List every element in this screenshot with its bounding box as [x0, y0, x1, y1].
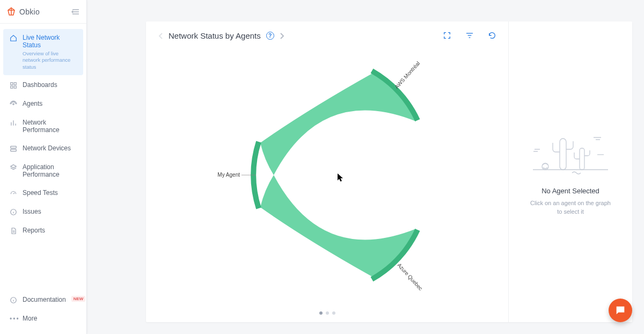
- node-label-azure[interactable]: Azure Quebec: [396, 262, 423, 291]
- chevron-right-icon[interactable]: [280, 32, 285, 40]
- graph-pane: Network Status by Agents ?: [146, 21, 509, 322]
- new-badge: NEW: [71, 296, 86, 302]
- nav-label: Documentation: [23, 296, 66, 303]
- svg-rect-11: [11, 146, 17, 148]
- server-icon: [10, 145, 17, 153]
- bars-icon: [10, 119, 17, 127]
- node-label-aws[interactable]: AWS Montréal: [393, 60, 421, 90]
- pager-dot-2[interactable]: [326, 311, 329, 315]
- chord-graph[interactable]: My Agent AWS Montréal Azure Quebec: [158, 40, 496, 309]
- nav-network-performance[interactable]: Network Performance: [3, 114, 83, 139]
- svg-marker-13: [11, 165, 17, 168]
- empty-state-subtitle: Click on an agent on the graph to select…: [528, 199, 613, 216]
- detail-pane: No Agent Selected Click on an agent on t…: [509, 21, 632, 322]
- nav-agents[interactable]: Agents: [3, 95, 83, 113]
- content-card: Network Status by Agents ?: [146, 21, 632, 322]
- logo-text: Obkio: [19, 8, 40, 16]
- info-icon: [10, 296, 17, 304]
- nav-dashboards[interactable]: Dashboards: [3, 76, 83, 94]
- nav-documentation[interactable]: Documentation NEW: [3, 291, 83, 309]
- nav-label: Live Network Status: [23, 34, 77, 49]
- svg-rect-28: [560, 139, 566, 170]
- collapse-sidebar-icon[interactable]: [71, 9, 80, 15]
- main: Network Status by Agents ?: [87, 0, 644, 334]
- svg-rect-29: [580, 148, 584, 170]
- chat-button[interactable]: [609, 299, 632, 322]
- nav-reports[interactable]: Reports: [3, 222, 83, 239]
- chat-icon: [614, 304, 626, 316]
- svg-rect-4: [14, 83, 16, 85]
- nav-label: More: [23, 315, 37, 322]
- nav-speed-tests[interactable]: Speed Tests: [3, 184, 83, 202]
- logo-icon: [6, 7, 16, 17]
- nav-label: Network Devices: [23, 144, 71, 152]
- info-icon: [10, 208, 17, 216]
- gauge-icon: [10, 190, 17, 197]
- nav-application-performance[interactable]: Application Performance: [3, 158, 83, 183]
- nav-label: Network Performance: [23, 119, 77, 134]
- svg-rect-5: [11, 86, 13, 88]
- svg-rect-3: [11, 83, 13, 85]
- help-icon[interactable]: ?: [266, 32, 274, 40]
- home-icon: [10, 34, 17, 42]
- broadcast-icon: [10, 100, 17, 108]
- sidebar: Obkio Live Network Status Overview of li…: [0, 0, 87, 334]
- empty-state-illustration: [530, 128, 611, 176]
- nav-label: Agents: [23, 100, 42, 107]
- nav-label: Speed Tests: [23, 189, 58, 197]
- empty-state-title: No Agent Selected: [541, 187, 599, 195]
- pager[interactable]: [158, 309, 496, 315]
- layers-icon: [10, 164, 17, 171]
- sidebar-footer: Documentation NEW ••• More: [0, 287, 86, 334]
- nav-label: Dashboards: [23, 81, 57, 89]
- svg-rect-12: [11, 149, 17, 151]
- svg-rect-6: [14, 86, 16, 88]
- svg-line-14: [13, 193, 14, 194]
- more-icon: •••: [10, 315, 17, 323]
- nav-subtitle: Overview of live network performance sta…: [23, 50, 77, 70]
- doc-icon: [10, 227, 17, 235]
- pager-dot-3[interactable]: [332, 311, 335, 315]
- expand-icon[interactable]: [443, 31, 451, 40]
- filter-icon[interactable]: [465, 31, 474, 40]
- nav-more[interactable]: ••• More: [3, 310, 83, 328]
- node-label-myagent[interactable]: My Agent: [217, 172, 240, 178]
- page-title: Network Status by Agents: [169, 31, 261, 40]
- graph-toolbar: [443, 31, 496, 40]
- nav-network-devices[interactable]: Network Devices: [3, 140, 83, 157]
- refresh-icon[interactable]: [488, 31, 496, 40]
- nav: Live Network Status Overview of live net…: [0, 24, 86, 287]
- nav-issues[interactable]: Issues: [3, 203, 83, 221]
- sidebar-header: Obkio: [0, 0, 86, 24]
- nav-label: Reports: [23, 227, 45, 234]
- svg-point-7: [13, 104, 14, 105]
- dashboard-icon: [10, 82, 17, 89]
- pager-dot-1[interactable]: [319, 311, 323, 315]
- nav-label: Issues: [23, 208, 41, 215]
- chevron-left-icon[interactable]: [158, 32, 163, 40]
- nav-label: Application Performance: [23, 163, 77, 178]
- nav-live-network-status[interactable]: Live Network Status Overview of live net…: [3, 29, 83, 75]
- logo[interactable]: Obkio: [6, 7, 40, 17]
